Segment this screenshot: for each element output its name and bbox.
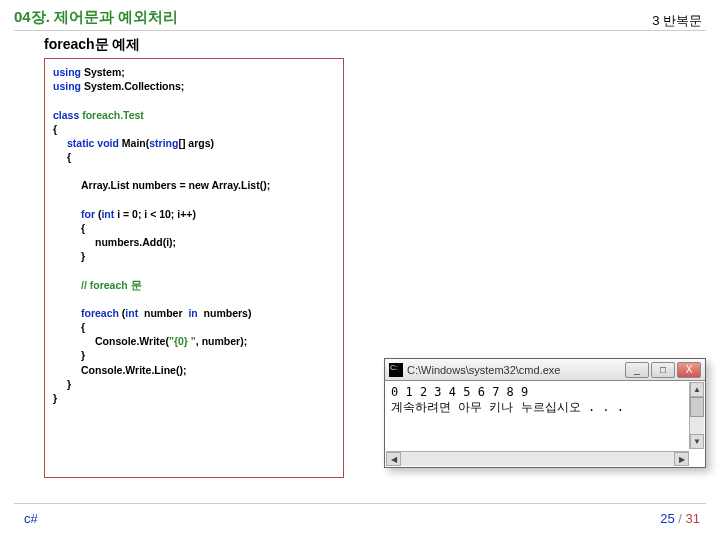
- page-number: 25 / 31: [660, 511, 700, 526]
- console-line-1: 0 1 2 3 4 5 6 7 8 9: [391, 385, 699, 399]
- scroll-left-icon[interactable]: ◀: [386, 452, 401, 466]
- divider-bottom: [14, 503, 706, 504]
- divider-top: [14, 30, 706, 31]
- vertical-scrollbar[interactable]: ▲ ▼: [689, 382, 704, 449]
- kw-using: using: [53, 66, 81, 78]
- horizontal-scrollbar[interactable]: ◀ ▶: [386, 451, 689, 466]
- chapter-title: 04장. 제어문과 예외처리: [14, 8, 178, 27]
- comment-foreach: // foreach 문: [81, 278, 335, 292]
- class-name: foreach.Test: [82, 109, 144, 121]
- page-total: 31: [686, 511, 700, 526]
- scroll-right-icon[interactable]: ▶: [674, 452, 689, 466]
- console-line-2: 계속하려면 아무 키나 누르십시오 . . .: [391, 399, 699, 416]
- cmd-icon: [389, 363, 403, 377]
- footer-language: c#: [24, 511, 38, 526]
- scroll-track-h[interactable]: [401, 452, 674, 466]
- code-sample: using System; using System.Collections; …: [44, 58, 344, 478]
- page-current: 25: [660, 511, 674, 526]
- scroll-thumb[interactable]: [690, 397, 704, 417]
- maximize-button[interactable]: □: [651, 362, 675, 378]
- scroll-down-icon[interactable]: ▼: [690, 434, 704, 449]
- example-title: foreach문 예제: [44, 36, 140, 54]
- section-title: 3 반복문: [652, 12, 702, 30]
- close-button[interactable]: X: [677, 362, 701, 378]
- minimize-button[interactable]: _: [625, 362, 649, 378]
- console-title: C:\Windows\system32\cmd.exe: [407, 364, 621, 376]
- console-titlebar[interactable]: C:\Windows\system32\cmd.exe _ □ X: [385, 359, 705, 381]
- slide: 04장. 제어문과 예외처리 3 반복문 foreach문 예제 using S…: [0, 0, 720, 540]
- scroll-up-icon[interactable]: ▲: [690, 382, 704, 397]
- console-output: 0 1 2 3 4 5 6 7 8 9 계속하려면 아무 키나 누르십시오 . …: [385, 381, 705, 451]
- console-window: C:\Windows\system32\cmd.exe _ □ X 0 1 2 …: [384, 358, 706, 468]
